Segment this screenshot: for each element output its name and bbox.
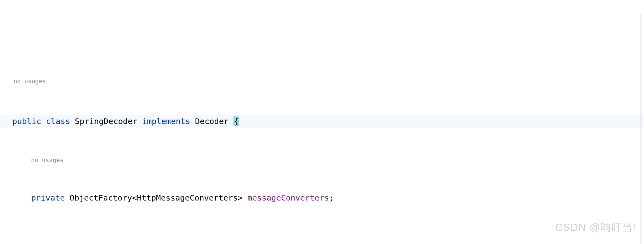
code-line-class-decl[interactable]: public class SpringDecoder implements De…	[0, 115, 644, 128]
keyword-class: class	[46, 116, 70, 126]
usage-hint-field: no usages	[13, 153, 644, 166]
right-margin-indicator	[640, 14, 642, 244]
type-objectfactory: ObjectFactory	[69, 193, 132, 203]
keyword-implements: implements	[142, 116, 190, 126]
text: no usages	[14, 78, 46, 85]
brace-open: {	[233, 116, 239, 126]
code-editor[interactable]: no usages public class SpringDecoder imp…	[0, 51, 644, 244]
interface-name: Decoder	[195, 116, 229, 126]
watermark: CSDN @响叮当!	[555, 219, 636, 236]
usage-hint-class: no usages	[13, 77, 644, 89]
keyword-private: private	[31, 193, 65, 203]
field-messageconverters: messageConverters	[247, 193, 329, 203]
class-name: SpringDecoder	[75, 116, 138, 126]
text: no usages	[31, 157, 63, 164]
type-httpconv: HttpMessageConverters	[137, 193, 238, 203]
code-line-field[interactable]: private ObjectFactory<HttpMessageConvert…	[13, 191, 644, 204]
keyword-public: public	[12, 116, 41, 126]
blank-line	[13, 230, 644, 242]
